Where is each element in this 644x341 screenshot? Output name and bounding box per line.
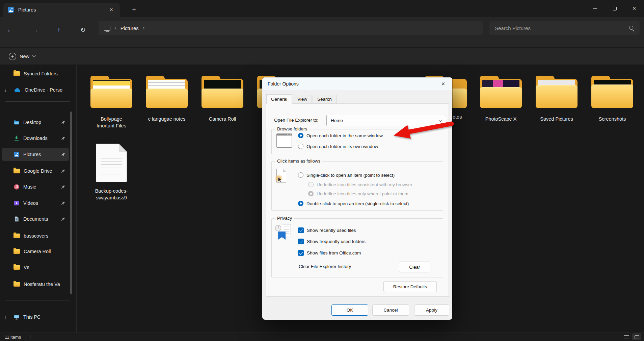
folder-name: Screenshots — [592, 116, 632, 122]
details-view-button[interactable] — [622, 334, 630, 340]
chevron-expand-icon[interactable] — [5, 87, 6, 94]
sidebar: Synced Folders OneDrive - Perso Desktop … — [0, 65, 77, 333]
pin-icon — [60, 136, 65, 141]
forward-button[interactable] — [28, 23, 42, 36]
checkbox-recent-files[interactable]: Show recently used files — [298, 227, 356, 233]
sidebar-item-pictures[interactable]: Pictures — [2, 148, 69, 161]
radio-selected-icon[interactable] — [298, 201, 303, 206]
thumbnail-view-icon — [635, 335, 639, 339]
folder-tile[interactable]: Camera Roll — [197, 75, 248, 122]
pin-icon — [60, 152, 65, 157]
folder-options-dialog: Folder Options General View Search Open … — [262, 77, 452, 320]
dialog-close-icon[interactable] — [438, 80, 448, 88]
radio-icon[interactable] — [298, 144, 303, 149]
sidebar-item-google-drive[interactable]: Google Drive — [2, 164, 69, 178]
clear-button[interactable]: Clear — [399, 262, 430, 272]
sidebar-item-desktop[interactable]: Desktop — [2, 116, 69, 129]
privacy-group: Privacy Show recently used files Show fr… — [271, 218, 443, 277]
folder-icon — [14, 265, 20, 270]
close-button[interactable] — [624, 0, 644, 17]
radio-selected-icon[interactable] — [298, 133, 303, 138]
folder-icon — [14, 169, 20, 173]
titlebar: Pictures — [0, 0, 644, 17]
refresh-button[interactable] — [76, 23, 90, 36]
search-box[interactable] — [489, 21, 640, 35]
file-tile[interactable]: Backup-codes-swayambass9 — [86, 144, 137, 201]
sidebar-item-vs[interactable]: Vs — [2, 261, 69, 274]
apply-button[interactable]: Apply — [414, 305, 449, 316]
chevron-expand-icon[interactable] — [5, 314, 6, 321]
radio-disabled-selected-icon — [308, 191, 314, 196]
address-bar[interactable]: Pictures — [99, 21, 483, 35]
new-button[interactable]: New — [5, 50, 39, 63]
checkbox-checked-icon[interactable] — [298, 250, 304, 256]
up-button[interactable] — [52, 23, 65, 36]
folder-icon — [145, 75, 188, 109]
pictures-icon — [7, 6, 14, 13]
sidebar-item-documents[interactable]: Documents — [2, 212, 69, 226]
radio-same-window[interactable]: Open each folder in the same window — [298, 133, 383, 138]
minimize-button[interactable] — [585, 0, 605, 17]
open-to-dropdown[interactable]: Home — [326, 115, 446, 126]
folder-icon — [90, 75, 133, 109]
folder-tile[interactable]: Screenshots — [587, 75, 638, 122]
folder-name[interactable]: otos — [453, 114, 462, 120]
back-button[interactable] — [3, 23, 17, 36]
radio-icon[interactable] — [298, 172, 303, 178]
sidebar-item-this-pc[interactable]: This PC — [2, 310, 69, 324]
sidebar-item-videos[interactable]: Videos — [2, 196, 69, 210]
tab-close-icon[interactable] — [107, 6, 116, 14]
breadcrumb[interactable]: Pictures — [120, 25, 139, 31]
folder-tile[interactable]: Saved Pictures — [531, 75, 582, 122]
checkbox-frequent-folders[interactable]: Show frequently used folders — [298, 239, 366, 244]
sidebar-item-nosferatu[interactable]: Nosferatu the Va — [2, 277, 69, 291]
tab-search[interactable]: Search — [313, 95, 337, 104]
checkbox-checked-icon[interactable] — [298, 227, 304, 233]
dialog-tabs: General View Search — [266, 94, 337, 104]
ok-button[interactable]: OK — [331, 305, 368, 316]
click-pointer-icon — [276, 169, 289, 187]
checkbox-office-files[interactable]: Show files from Office.com — [298, 250, 361, 256]
cancel-button[interactable]: Cancel — [372, 305, 409, 316]
statusbar: 11 items — [0, 333, 644, 341]
maximize-button[interactable] — [605, 0, 624, 17]
sidebar-item-camera-roll[interactable]: Camera Roll — [2, 245, 69, 258]
search-input[interactable] — [495, 25, 629, 31]
sidebar-item-downloads[interactable]: Downloads — [2, 131, 69, 145]
radio-double-click[interactable]: Double-click to open an item (single-cli… — [298, 201, 409, 206]
pictures-icon — [14, 151, 20, 157]
radio-disabled-icon — [308, 182, 314, 187]
checkbox-checked-icon[interactable] — [298, 239, 304, 244]
tab-general[interactable]: General — [266, 94, 292, 104]
folder-tile[interactable]: Bollypage Imortant Files — [86, 75, 137, 129]
sidebar-item-basscovers[interactable]: basscovers — [2, 229, 69, 243]
tab-title: Pictures — [18, 7, 36, 13]
explorer-tab[interactable]: Pictures — [3, 3, 120, 17]
folder-name: PhotoScape X — [481, 116, 521, 122]
radio-own-window[interactable]: Open each folder in its own window — [298, 144, 378, 149]
privacy-history-icon — [275, 224, 292, 240]
new-tab-button[interactable] — [129, 5, 139, 14]
folder-icon — [201, 75, 244, 109]
clear-history-label: Clear File Explorer history — [299, 264, 351, 269]
radio-single-click[interactable]: Single-click to open an item (point to s… — [298, 172, 395, 178]
tab-view[interactable]: View — [293, 95, 312, 104]
view-toggles — [622, 334, 641, 340]
search-icon[interactable] — [629, 26, 634, 31]
sidebar-item-music[interactable]: Music — [2, 180, 69, 194]
restore-defaults-button[interactable]: Restore Defaults — [383, 281, 437, 292]
text-file-icon — [96, 144, 127, 182]
general-tab-page: Open File Explorer to: Home Browse folde… — [266, 103, 449, 297]
chevron-down-icon — [32, 54, 36, 57]
browse-folders-legend: Browse folders — [275, 126, 309, 131]
folder-name: Camera Roll — [203, 116, 242, 122]
sidebar-item-synced-folders[interactable]: Synced Folders — [2, 67, 69, 80]
window-icon — [276, 133, 292, 148]
sidebar-scrollbar[interactable] — [70, 112, 72, 294]
thumbnail-view-button[interactable] — [633, 334, 641, 340]
folder-tile[interactable]: c langugae notes — [141, 75, 192, 122]
dialog-titlebar[interactable]: Folder Options — [262, 77, 452, 90]
navigation-bar: Pictures — [0, 17, 644, 47]
sidebar-item-onedrive[interactable]: OneDrive - Perso — [2, 83, 69, 97]
folder-tile[interactable]: PhotoScape X — [476, 75, 526, 122]
